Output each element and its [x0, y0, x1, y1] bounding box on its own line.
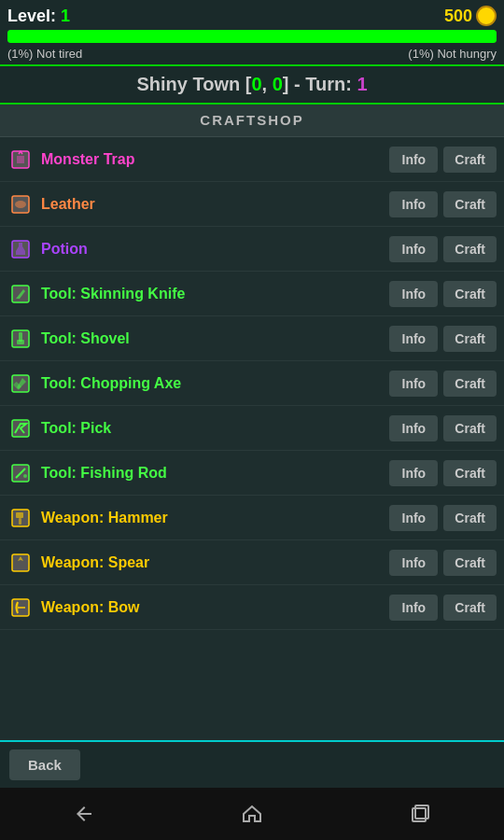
craft-item-hammer: Weapon: Hammer Info Craft [0, 496, 504, 540]
svg-point-12 [23, 474, 27, 478]
leather-info-button[interactable]: Info [389, 191, 438, 217]
stat-row: (1%) Not tired (1%) Not hungry [7, 47, 497, 61]
potion-name: Potion [41, 241, 389, 258]
chopping-axe-buttons: Info Craft [389, 371, 497, 397]
monster-trap-buttons: Info Craft [389, 147, 497, 173]
spear-info-button[interactable]: Info [389, 550, 438, 576]
coord-y: 0 [273, 74, 283, 94]
bow-buttons: Info Craft [389, 595, 497, 621]
section-header-text: CRAFTSHOP [200, 112, 303, 128]
turn-label: ] - Turn: [283, 74, 357, 94]
home-nav-icon[interactable] [231, 793, 273, 834]
craft-item-shovel: Tool: Shovel Info Craft [0, 316, 504, 361]
spear-name: Weapon: Spear [41, 554, 389, 571]
fishing-rod-craft-button[interactable]: Craft [443, 460, 497, 486]
hammer-craft-button[interactable]: Craft [443, 505, 497, 531]
pick-info-button[interactable]: Info [389, 415, 438, 441]
town-name: Shiny Town [ [136, 74, 251, 94]
pick-craft-button[interactable]: Craft [443, 415, 497, 441]
fishing-rod-name: Tool: Fishing Rod [41, 465, 389, 482]
bow-craft-button[interactable]: Craft [443, 595, 497, 621]
level-value: 1 [61, 7, 70, 25]
svg-rect-14 [16, 512, 23, 518]
exp-bar-container [7, 30, 497, 43]
chopping-axe-info-button[interactable]: Info [389, 371, 438, 397]
craft-item-fishing-rod: Tool: Fishing Rod Info Craft [0, 451, 504, 496]
potion-info-button[interactable]: Info [389, 236, 438, 262]
svg-rect-7 [17, 340, 24, 344]
bow-icon [7, 595, 34, 621]
chopping-axe-name: Tool: Chopping Axe [41, 375, 389, 392]
fishing-rod-buttons: Info Craft [389, 460, 497, 486]
potion-icon [7, 236, 34, 262]
shovel-buttons: Info Craft [389, 326, 497, 352]
spear-craft-button[interactable]: Craft [443, 550, 497, 576]
android-nav-bar [0, 788, 504, 840]
status-bar: Level: 1 500 (1%) Not tired (1%) Not hun… [0, 0, 504, 64]
bow-name: Weapon: Bow [41, 599, 389, 616]
craft-item-pick: Tool: Pick Info Craft [0, 406, 504, 451]
pick-buttons: Info Craft [389, 415, 497, 441]
coin-icon [476, 6, 497, 26]
skinning-knife-craft-button[interactable]: Craft [443, 281, 497, 307]
craft-item-monster-trap: Monster Trap Info Craft [0, 137, 504, 182]
pick-name: Tool: Pick [41, 420, 389, 437]
craft-list[interactable]: Monster Trap Info Craft Leather Info Cra… [0, 137, 504, 740]
tired-status: (1%) Not tired [7, 47, 82, 61]
shovel-craft-button[interactable]: Craft [443, 326, 497, 352]
potion-buttons: Info Craft [389, 236, 497, 262]
fishing-rod-icon [7, 460, 34, 486]
shovel-name: Tool: Shovel [41, 330, 389, 347]
monster-trap-craft-button[interactable]: Craft [443, 147, 497, 173]
skinning-knife-name: Tool: Skinning Knife [41, 286, 389, 302]
title-bar: Shiny Town [0, 0] - Turn: 1 [0, 64, 504, 105]
recents-nav-icon[interactable] [399, 793, 441, 834]
monster-trap-name: Monster Trap [41, 151, 389, 168]
section-header: CRAFTSHOP [0, 105, 504, 137]
craft-item-leather: Leather Info Craft [0, 182, 504, 227]
chopping-axe-icon [7, 371, 34, 397]
spear-icon [7, 550, 34, 576]
gold-area: 500 [444, 6, 497, 26]
skinning-knife-info-button[interactable]: Info [389, 281, 438, 307]
back-button[interactable]: Back [9, 749, 80, 780]
skinning-knife-icon [7, 281, 34, 307]
level-display: Level: 1 [7, 7, 70, 26]
hammer-buttons: Info Craft [389, 505, 497, 531]
pick-icon [7, 415, 34, 441]
leather-craft-button[interactable]: Craft [443, 191, 497, 217]
leather-buttons: Info Craft [389, 191, 497, 217]
craft-item-potion: Potion Info Craft [0, 227, 504, 272]
shovel-info-button[interactable]: Info [389, 326, 438, 352]
hungry-status: (1%) Not hungry [408, 47, 497, 61]
bow-info-button[interactable]: Info [389, 595, 438, 621]
comma: , [262, 74, 273, 94]
monster-trap-info-button[interactable]: Info [389, 147, 438, 173]
gold-amount: 500 [444, 7, 472, 26]
back-nav-icon[interactable] [63, 793, 105, 834]
potion-craft-button[interactable]: Craft [443, 236, 497, 262]
hammer-info-button[interactable]: Info [389, 505, 438, 531]
leather-name: Leather [41, 196, 389, 213]
level-row: Level: 1 500 [7, 6, 497, 26]
monster-trap-icon [7, 147, 34, 173]
shovel-icon [7, 326, 34, 352]
svg-point-2 [15, 201, 26, 208]
main-screen: Level: 1 500 (1%) Not tired (1%) Not hun… [0, 0, 504, 840]
coord-x: 0 [251, 74, 261, 94]
craft-item-skinning-knife: Tool: Skinning Knife Info Craft [0, 272, 504, 316]
bottom-bar: Back [0, 740, 504, 788]
chopping-axe-craft-button[interactable]: Craft [443, 371, 497, 397]
hammer-icon [7, 505, 34, 531]
skinning-knife-buttons: Info Craft [389, 281, 497, 307]
fishing-rod-info-button[interactable]: Info [389, 460, 438, 486]
spear-buttons: Info Craft [389, 550, 497, 576]
craft-item-spear: Weapon: Spear Info Craft [0, 540, 504, 585]
craft-item-chopping-axe: Tool: Chopping Axe Info Craft [0, 361, 504, 406]
exp-bar-fill [7, 30, 497, 43]
title-text: Shiny Town [0, 0] - Turn: 1 [136, 74, 367, 94]
leather-icon [7, 191, 34, 217]
svg-rect-15 [19, 518, 21, 525]
turn-value: 1 [357, 74, 367, 94]
hammer-name: Weapon: Hammer [41, 510, 389, 526]
